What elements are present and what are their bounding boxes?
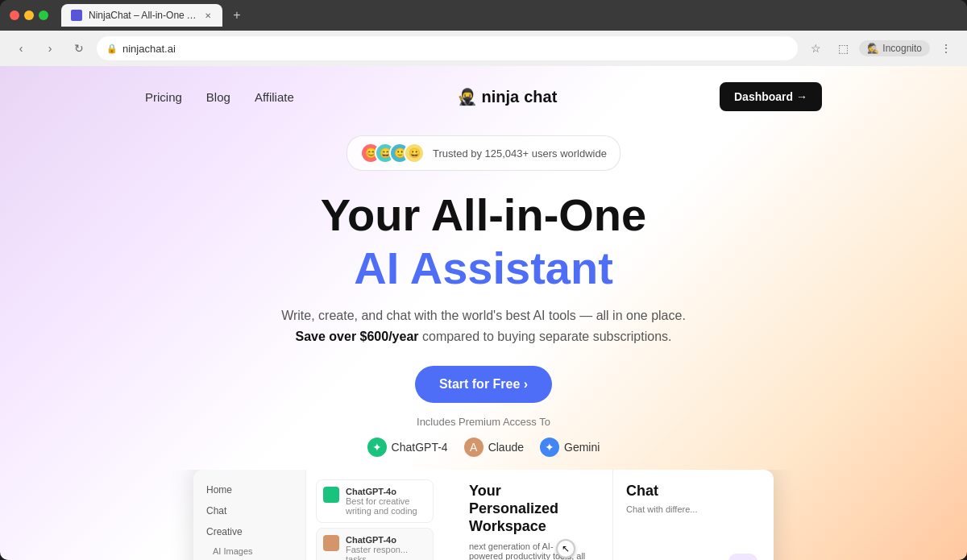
preview-sidebar-creative: Creative [193, 521, 305, 542]
hero-subtitle: Write, create, and chat with the world's… [281, 305, 686, 346]
preview-desc-2: Faster respon... tasks [346, 545, 408, 560]
tab-bar: NinjaChat – All-in-One AI As... ✕ + [61, 4, 957, 27]
dashboard-button[interactable]: Dashboard → [720, 82, 822, 111]
tab-title: NinjaChat – All-in-One AI As... [89, 10, 197, 21]
url-text: ninjachat.ai [122, 43, 176, 55]
tab-favicon [71, 10, 82, 21]
chatgpt-label: ChatGPT-4 [392, 441, 448, 454]
preview-chat-text-1: ChatGPT-4o Best for creative writing and… [346, 487, 426, 516]
chatgpt-icon: ✦ [367, 438, 387, 457]
incognito-label: Incognito [882, 43, 922, 54]
nav-blog-link[interactable]: Blog [206, 90, 230, 104]
star-button[interactable]: ☆ [804, 37, 827, 60]
hero-subtitle-regular: Write, create, and chat with the world's… [281, 309, 686, 322]
forward-button[interactable]: › [39, 37, 61, 60]
preview-ai-bubble: 🤖 [728, 554, 757, 560]
preview-chat-text-2: ChatGPT-4o Faster respon... tasks [346, 535, 426, 560]
preview-content-area: ChatGPT-4o Best for creative writing and… [306, 470, 774, 560]
preview-chat-item-2: ChatGPT-4o Faster respon... tasks [316, 528, 434, 560]
nav-left: Pricing Blog Affiliate [145, 90, 294, 104]
incognito-icon: 🕵 [867, 43, 879, 54]
toolbar-actions: ☆ ⬚ 🕵 Incognito ⋮ [804, 37, 957, 60]
browser-tab[interactable]: NinjaChat – All-in-One AI As... ✕ [61, 4, 222, 27]
gemini-icon: ✦ [540, 438, 559, 457]
cta-button[interactable]: Start for Free › [415, 366, 552, 403]
preview-hero-text: Your Personalized Workspace next generat… [456, 470, 600, 560]
browser-frame: NinjaChat – All-in-One AI As... ✕ + ‹ › … [0, 0, 967, 560]
avatar-4: 😀 [404, 143, 425, 164]
preview-model-1: ChatGPT-4o [346, 487, 426, 496]
back-button[interactable]: ‹ [10, 37, 32, 60]
claude-icon: A [464, 438, 484, 457]
traffic-lights [10, 10, 48, 20]
browser-toolbar: ‹ › ↻ 🔒 ninjachat.ai ☆ ⬚ 🕵 Incognito ⋮ [0, 31, 967, 66]
claude-label: Claude [488, 441, 524, 454]
preview-sidebar: Home Chat Creative AI Images AI Video [193, 470, 306, 560]
preview-sidebar-chat: Chat [193, 500, 305, 521]
preview-chat-item-1: ChatGPT-4o Best for creative writing and… [316, 479, 434, 523]
chatgpt-logo-item: ✦ ChatGPT-4 [367, 438, 448, 457]
ai-logos: ✦ ChatGPT-4 A Claude ✦ Gemini [367, 438, 600, 457]
preview-model-2: ChatGPT-4o [346, 535, 426, 545]
hero-subtitle-bold: Save over $600/year [296, 330, 419, 343]
nav-affiliate-link[interactable]: Affiliate [255, 90, 294, 104]
claude-preview-icon [323, 535, 339, 551]
hero-title-line1: Your All-in-One [321, 190, 646, 240]
preview-window: Home Chat Creative AI Images AI Video [193, 470, 774, 560]
logo-ninja-text: ninja [482, 88, 520, 106]
logo-icon: 🥷 [457, 87, 477, 106]
bottom-preview: Home Chat Creative AI Images AI Video [0, 470, 967, 560]
hero-title-line2: AI Assistant [354, 243, 613, 293]
trust-text: Trusted by 125,043+ users worldwide [433, 147, 607, 160]
claude-logo-item: A Claude [464, 438, 524, 457]
minimize-traffic-light[interactable] [24, 10, 34, 20]
maximize-traffic-light[interactable] [39, 10, 48, 20]
reload-button[interactable]: ↻ [68, 37, 90, 60]
lock-icon: 🔒 [106, 44, 118, 54]
preview-hero-title: Your Personalized Workspace [469, 483, 587, 535]
incognito-badge: 🕵 Incognito [859, 40, 930, 56]
tab-close-button[interactable]: ✕ [203, 10, 213, 21]
preview-right-panel: Chat Chat with differe... 🤖 [612, 470, 774, 560]
extensions-button[interactable]: ⬚ [832, 37, 854, 60]
hero-subtitle-rest: compared to buying separate subscription… [419, 330, 672, 343]
preview-right-title: Chat [626, 483, 761, 500]
preview-desc-1: Best for creative writing and coding [346, 496, 417, 516]
chatgpt-preview-icon [323, 487, 339, 503]
new-tab-button[interactable]: + [226, 4, 248, 27]
browser-menu-button[interactable]: ⋮ [935, 37, 957, 60]
logo-chat-text: chat [524, 88, 557, 106]
preview-right-sub: Chat with differe... [626, 504, 761, 514]
hero-section: 😊 😄 🙂 😀 Trusted by 125,043+ users worldw… [0, 127, 967, 457]
address-bar[interactable]: 🔒 ninjachat.ai [97, 36, 798, 60]
site-logo[interactable]: 🥷 ninjachat [457, 87, 558, 106]
user-avatars: 😊 😄 🙂 😀 [360, 143, 425, 164]
close-traffic-light[interactable] [10, 10, 19, 20]
nav-pricing-link[interactable]: Pricing [145, 90, 182, 104]
gemini-logo-item: ✦ Gemini [540, 438, 600, 457]
preview-sidebar-ai-images: AI Images [193, 542, 305, 560]
page-content: Pricing Blog Affiliate 🥷 ninjachat Dashb… [0, 66, 967, 560]
preview-chat-area: ChatGPT-4o Best for creative writing and… [306, 470, 443, 560]
page-background: Pricing Blog Affiliate 🥷 ninjachat Dashb… [0, 66, 967, 560]
gemini-label: Gemini [564, 441, 600, 454]
preview-sidebar-home: Home [193, 479, 305, 500]
title-bar: NinjaChat – All-in-One AI As... ✕ + [0, 0, 967, 31]
site-nav: Pricing Blog Affiliate 🥷 ninjachat Dashb… [121, 66, 846, 127]
trust-badge: 😊 😄 🙂 😀 Trusted by 125,043+ users worldw… [347, 135, 620, 171]
premium-access-label: Includes Premium Access To [417, 416, 550, 428]
